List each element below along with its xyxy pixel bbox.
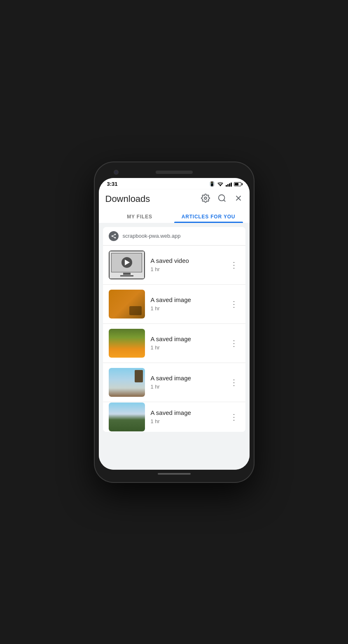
article-title: A saved image (151, 375, 222, 382)
status-time: 3:31 (107, 181, 118, 187)
article-info: A saved image 1 hr (151, 335, 222, 351)
app-header-top: Downloads (105, 194, 243, 208)
source-card: scrapbook-pwa.web.app (103, 227, 245, 432)
article-thumbnail-food (109, 329, 145, 358)
article-info: A saved image 1 hr (151, 296, 222, 311)
phone-camera (114, 170, 119, 175)
svg-point-6 (114, 234, 116, 235)
tabs-bar: MY FILES ARTICLES FOR YOU (105, 210, 243, 223)
article-menu-button[interactable]: ⋮ (228, 297, 240, 311)
phone-top-bar (99, 166, 250, 178)
source-name: scrapbook-pwa.web.app (123, 233, 181, 239)
svg-line-3 (224, 200, 225, 201)
share-icon (109, 231, 119, 241)
content-area: scrapbook-pwa.web.app (99, 223, 250, 470)
svg-point-1 (204, 197, 207, 199)
list-item: A saved image 1 hr ⋮ (103, 363, 245, 402)
svg-point-8 (114, 237, 116, 239)
svg-line-10 (113, 234, 114, 235)
battery-icon (234, 182, 241, 186)
search-icon[interactable] (217, 194, 227, 205)
phone-shell: 3:31 📳 (94, 162, 255, 483)
source-header: scrapbook-pwa.web.app (103, 227, 245, 246)
article-meta: 1 hr (151, 418, 222, 424)
article-info: A saved image 1 hr (151, 375, 222, 390)
status-icons: 📳 (209, 181, 241, 187)
list-item: A saved image 1 hr ⋮ (103, 285, 245, 324)
article-meta: 1 hr (151, 344, 222, 351)
article-menu-button[interactable]: ⋮ (228, 258, 240, 272)
app-header: Downloads (99, 190, 250, 223)
article-thumbnail-orange (109, 290, 145, 318)
article-title: A saved image (151, 296, 222, 303)
phone-screen: 3:31 📳 (99, 178, 250, 470)
article-title: A saved video (151, 257, 222, 264)
article-menu-button[interactable]: ⋮ (228, 376, 240, 389)
gear-icon[interactable] (201, 194, 210, 205)
wifi-icon (217, 182, 224, 187)
article-meta: 1 hr (151, 305, 222, 311)
app-title: Downloads (105, 194, 150, 204)
signal-icon (226, 182, 232, 187)
phone-speaker (156, 171, 193, 174)
tab-articles-for-you[interactable]: ARTICLES FOR YOU (174, 210, 243, 223)
article-title: A saved image (151, 335, 222, 342)
bottom-indicator (158, 473, 191, 475)
svg-line-9 (113, 236, 114, 237)
svg-point-0 (220, 185, 221, 186)
close-icon[interactable] (234, 194, 243, 205)
svg-point-2 (218, 194, 224, 201)
header-actions (201, 194, 243, 205)
article-info: A saved video 1 hr (151, 257, 222, 272)
article-thumbnail-water (109, 368, 145, 397)
article-menu-button[interactable]: ⋮ (228, 410, 240, 424)
play-button-icon (121, 257, 132, 268)
list-item: A saved image 1 hr ⋮ (103, 402, 245, 432)
article-menu-button[interactable]: ⋮ (228, 337, 240, 350)
list-item: A saved image 1 hr ⋮ (103, 324, 245, 363)
article-info: A saved image 1 hr (151, 409, 222, 424)
article-thumbnail-city (109, 403, 145, 431)
article-meta: 1 hr (151, 266, 222, 272)
article-title: A saved image (151, 409, 222, 416)
tab-my-files[interactable]: MY FILES (105, 210, 174, 223)
svg-point-7 (111, 235, 113, 237)
article-meta: 1 hr (151, 384, 222, 390)
list-item: A saved video 1 hr ⋮ (103, 246, 245, 285)
status-bar: 3:31 📳 (99, 178, 250, 190)
phone-bottom-bar (99, 470, 250, 478)
article-thumbnail-video (109, 251, 145, 279)
vibrate-icon: 📳 (209, 181, 215, 187)
